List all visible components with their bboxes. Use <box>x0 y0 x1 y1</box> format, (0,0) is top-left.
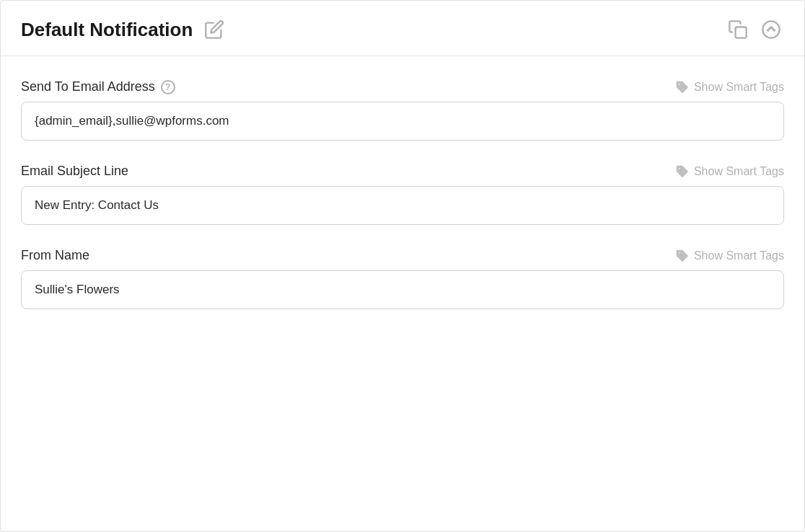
panel-header: Default Notification <box>1 1 804 56</box>
notification-panel: Default Notification <box>0 0 805 532</box>
send-to-email-smart-tags-label: Show Smart Tags <box>694 81 784 94</box>
from-name-input[interactable] <box>21 270 784 309</box>
edit-title-button[interactable] <box>201 17 227 43</box>
panel-body: Send To Email Address ? Show Smart Tags … <box>1 56 804 355</box>
email-subject-group: Email Subject Line Show Smart Tags <box>21 164 784 225</box>
tag-icon <box>675 164 690 179</box>
from-name-smart-tags-button[interactable]: Show Smart Tags <box>675 249 784 263</box>
send-to-email-help-icon[interactable]: ? <box>161 80 175 94</box>
chevron-up-icon <box>761 19 781 40</box>
pencil-icon <box>204 19 224 40</box>
email-subject-label: Email Subject Line <box>21 164 128 179</box>
from-name-header: From Name Show Smart Tags <box>21 248 784 263</box>
email-subject-label-wrap: Email Subject Line <box>21 164 128 179</box>
send-to-email-label: Send To Email Address <box>21 79 155 94</box>
email-subject-smart-tags-button[interactable]: Show Smart Tags <box>675 164 784 179</box>
email-subject-header: Email Subject Line Show Smart Tags <box>21 164 784 179</box>
from-name-smart-tags-label: Show Smart Tags <box>694 249 784 262</box>
tag-icon <box>675 249 690 263</box>
tag-icon <box>675 80 690 94</box>
svg-point-1 <box>762 21 779 37</box>
duplicate-icon <box>728 19 748 40</box>
send-to-email-smart-tags-button[interactable]: Show Smart Tags <box>675 80 784 94</box>
header-left: Default Notification <box>21 17 227 43</box>
send-to-email-group: Send To Email Address ? Show Smart Tags <box>21 79 784 141</box>
email-subject-smart-tags-label: Show Smart Tags <box>694 165 784 178</box>
collapse-button[interactable] <box>758 17 784 43</box>
send-to-email-input[interactable] <box>21 102 784 141</box>
from-name-group: From Name Show Smart Tags <box>21 248 784 309</box>
from-name-label: From Name <box>21 248 89 263</box>
from-name-label-wrap: From Name <box>21 248 89 263</box>
panel-title: Default Notification <box>21 19 193 41</box>
duplicate-button[interactable] <box>725 17 751 43</box>
svg-rect-0 <box>736 27 747 38</box>
send-to-email-header: Send To Email Address ? Show Smart Tags <box>21 79 784 94</box>
email-subject-input[interactable] <box>21 186 784 225</box>
send-to-email-label-wrap: Send To Email Address ? <box>21 79 175 94</box>
header-right <box>725 17 784 43</box>
